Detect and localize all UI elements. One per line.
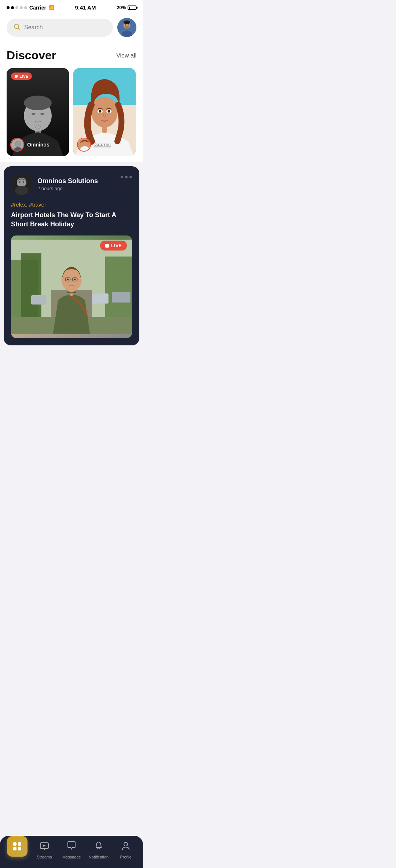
menu-dot-1: [121, 176, 123, 178]
wifi-icon: 📶: [48, 5, 54, 10]
cards-scroll: LIVE Omninos: [7, 68, 136, 162]
live-badge-card-1: LIVE: [11, 73, 32, 80]
svg-rect-63: [92, 294, 109, 304]
time-label: 9:41 AM: [75, 4, 96, 11]
discover-card-2[interactable]: Seema: [73, 68, 136, 156]
status-bar: Carrier 📶 9:41 AM 20%: [0, 0, 143, 14]
avatar[interactable]: [117, 18, 136, 37]
svg-point-22: [15, 141, 21, 146]
card-1-username: Omninos: [27, 142, 50, 148]
svg-point-17: [32, 113, 35, 115]
card-2-avatar: [77, 138, 91, 152]
discover-header: Discover View all: [7, 49, 136, 62]
svg-rect-65: [31, 295, 46, 305]
svg-point-18: [40, 113, 44, 115]
view-all-button[interactable]: View all: [116, 52, 136, 59]
discover-card-1[interactable]: LIVE Omninos: [7, 68, 69, 156]
card-1-avatar-svg: [11, 138, 24, 152]
feed-tags: #relex, #travel: [11, 201, 132, 208]
search-bar[interactable]: [7, 19, 113, 37]
card-1-user: Omninos: [10, 138, 50, 152]
feed-live-dot-icon: [105, 244, 109, 248]
feed-avatar-svg: [11, 174, 32, 195]
menu-dot-3: [129, 176, 132, 178]
discover-section: Discover View all: [0, 44, 143, 162]
signal-dot-2: [11, 6, 14, 9]
signal-dot-1: [7, 6, 10, 9]
svg-point-29: [99, 110, 102, 113]
svg-point-16: [24, 96, 52, 110]
status-left: Carrier 📶: [7, 5, 54, 11]
discover-title: Discover: [7, 49, 56, 62]
svg-line-1: [18, 28, 20, 30]
feed-image-svg: [11, 235, 132, 338]
battery-percent: 20%: [117, 5, 126, 10]
feed-user-info: Omninos Solutions 2 hours ago: [11, 174, 98, 195]
svg-point-8: [125, 25, 126, 26]
svg-point-73: [74, 279, 76, 281]
card-2-username: Seema: [94, 142, 110, 148]
svg-point-72: [67, 279, 69, 281]
feed-live-badge: LIVE: [100, 241, 127, 251]
header: [0, 14, 143, 44]
svg-rect-64: [112, 292, 130, 303]
status-right: 20%: [117, 5, 136, 10]
signal-dot-3: [15, 6, 18, 9]
menu-dot-2: [125, 176, 128, 178]
signal-dots: [7, 6, 27, 9]
svg-point-27: [91, 97, 118, 127]
card-2-avatar-svg: [78, 138, 91, 152]
feed-time: 2 hours ago: [37, 186, 98, 191]
avatar-svg: [117, 18, 136, 37]
feed-post-image[interactable]: LIVE: [11, 235, 132, 338]
feed-username: Omninos Solutions: [37, 177, 98, 185]
search-icon: [13, 23, 21, 32]
card-1-avatar: [10, 138, 24, 152]
card-2-user: Seema: [77, 138, 110, 152]
live-dot-icon: [15, 75, 18, 78]
search-input[interactable]: [24, 24, 106, 31]
feed-avatar: [11, 174, 32, 195]
feed-title: Airport Hotels The Way To Start A Short …: [11, 211, 132, 229]
svg-point-10: [124, 21, 130, 24]
feed-user-text: Omninos Solutions 2 hours ago: [37, 177, 98, 191]
svg-point-57: [23, 181, 24, 183]
signal-dot-4: [20, 6, 23, 9]
carrier-label: Carrier: [29, 5, 46, 11]
battery-icon: [128, 5, 136, 10]
svg-point-9: [128, 25, 129, 26]
feed-post: Omninos Solutions 2 hours ago #relex, #t…: [4, 166, 139, 345]
signal-dot-5: [24, 6, 27, 9]
svg-point-56: [19, 181, 21, 183]
feed-menu-dots[interactable]: [121, 174, 132, 178]
feed-post-header: Omninos Solutions 2 hours ago: [11, 174, 132, 195]
svg-point-31: [108, 110, 110, 113]
